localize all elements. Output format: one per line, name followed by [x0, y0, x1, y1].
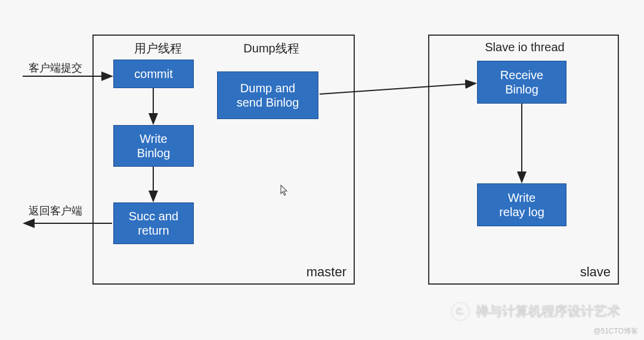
- write-binlog-box-text: Write Binlog: [137, 132, 171, 160]
- dump-thread-title: Dump线程: [236, 40, 307, 57]
- write-relay-box-text: Write relay log: [499, 191, 544, 219]
- commit-box: commit: [113, 60, 194, 88]
- receive-binlog-box-text: Receive Binlog: [500, 68, 543, 96]
- write-binlog-box: Write Binlog: [113, 125, 194, 167]
- receive-binlog-box: Receive Binlog: [477, 61, 566, 104]
- cursor-icon: [280, 185, 289, 196]
- watermark-text: 禅与计算机程序设计艺术: [476, 302, 620, 320]
- slave-frame-label: slave: [580, 264, 611, 280]
- return-client-label: 返回客户端: [29, 204, 82, 218]
- dump-send-box-text: Dump and send Binlog: [237, 81, 299, 110]
- footer-credit: @51CTO博客: [593, 326, 638, 336]
- succ-return-box: Succ and return: [113, 202, 194, 244]
- user-thread-title: 用户线程: [125, 40, 191, 57]
- master-frame-label: master: [306, 264, 346, 280]
- watermark-icon: C.: [451, 302, 470, 321]
- dump-send-box: Dump and send Binlog: [217, 71, 318, 119]
- succ-return-box-text: Succ and return: [129, 209, 178, 238]
- watermark: C. 禅与计算机程序设计艺术: [451, 302, 620, 321]
- client-submit-label: 客户端提交: [29, 61, 82, 75]
- write-relay-box: Write relay log: [477, 183, 566, 226]
- slave-io-thread-title: Slave io thread: [471, 40, 578, 54]
- diagram-canvas: master slave 用户线程 Dump线程 Slave io thread…: [0, 0, 644, 340]
- commit-box-text: commit: [134, 67, 172, 81]
